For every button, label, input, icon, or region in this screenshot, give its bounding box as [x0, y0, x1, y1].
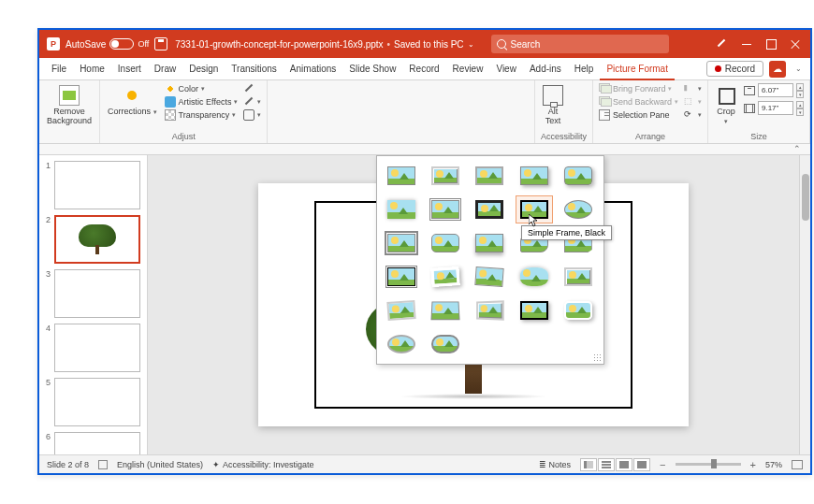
chevron-down-icon[interactable]: ⌄ — [468, 40, 474, 49]
tab-help[interactable]: Help — [568, 58, 601, 79]
selection-pane-button[interactable]: Selection Pane — [599, 109, 678, 121]
style-reflected-rounded[interactable] — [560, 162, 597, 190]
vertical-scrollbar[interactable] — [799, 155, 810, 454]
style-metal-oval[interactable] — [383, 330, 420, 358]
width-spinner[interactable]: ▴▾ — [796, 101, 804, 115]
tab-design[interactable]: Design — [182, 58, 225, 79]
style-beveled-matte[interactable] — [427, 162, 464, 190]
style-metal-frame[interactable] — [471, 162, 508, 190]
slide-canvas[interactable]: Simple Frame, Black — [148, 155, 799, 454]
send-backward-button[interactable]: Send Backward▾ — [599, 96, 678, 108]
tab-animations[interactable]: Animations — [283, 58, 342, 79]
color-button[interactable]: Color▾ — [165, 83, 239, 94]
tab-view[interactable]: View — [489, 58, 523, 79]
zoom-out-button[interactable]: − — [660, 459, 665, 470]
gallery-resize-grip[interactable] — [593, 353, 603, 363]
height-spinner[interactable]: ▴▾ — [796, 83, 804, 97]
save-icon[interactable] — [154, 37, 167, 50]
transparency-button[interactable]: Transparency▾ — [165, 109, 239, 121]
slide-thumbnail-5[interactable] — [54, 378, 140, 426]
reset-picture-button[interactable]: ▾ — [243, 109, 261, 121]
group-button[interactable]: ⬚▾ — [684, 96, 702, 108]
style-metal-rounded[interactable] — [427, 330, 464, 358]
reading-view-button[interactable] — [616, 458, 632, 471]
slide-thumbnail-6[interactable] — [54, 432, 140, 454]
zoom-in-button[interactable]: + — [750, 459, 756, 470]
align-button[interactable]: ⦀▾ — [684, 83, 702, 94]
slide-counter[interactable]: Slide 2 of 8 — [47, 460, 89, 469]
style-center-shadow[interactable] — [471, 229, 508, 257]
style-compound-frame[interactable] — [383, 229, 420, 257]
send-backward-icon — [599, 96, 610, 108]
style-bevel-perspective[interactable] — [382, 295, 421, 326]
style-soft-edge[interactable] — [383, 195, 420, 223]
spellcheck-button[interactable] — [98, 460, 108, 469]
style-reflected-perspective[interactable] — [427, 296, 464, 324]
alt-text-button[interactable]: Alt Text — [541, 83, 565, 128]
bring-forward-button[interactable]: Bring Forward▾ — [599, 83, 678, 94]
compress-pictures-button[interactable] — [243, 83, 261, 94]
drawing-mode-icon[interactable] — [715, 37, 728, 50]
style-double-frame[interactable] — [427, 195, 464, 223]
style-moderate-frame[interactable] — [427, 229, 464, 257]
autosave-toggle[interactable]: AutoSave Off — [65, 38, 149, 50]
picture-styles-gallery[interactable]: Simple Frame, Black — [376, 155, 604, 365]
style-beveled-oval[interactable] — [560, 195, 597, 223]
style-soft-edge-oval[interactable] — [516, 263, 553, 291]
slide-thumbnail-2[interactable] — [54, 215, 140, 264]
style-moderate-frame-black[interactable] — [383, 263, 420, 291]
tab-picture-format[interactable]: Picture Format — [600, 59, 675, 80]
rotate-button[interactable]: ⟳▾ — [684, 109, 702, 121]
slide-thumbnail-4[interactable] — [54, 324, 140, 372]
language-button[interactable]: English (United States) — [117, 460, 203, 469]
normal-view-button[interactable] — [580, 458, 597, 471]
zoom-level[interactable]: 57% — [765, 460, 782, 469]
tab-slide-show[interactable]: Slide Show — [342, 58, 402, 79]
tab-draw[interactable]: Draw — [148, 58, 182, 79]
zoom-slider[interactable] — [676, 463, 741, 466]
tab-record[interactable]: Record — [402, 58, 445, 79]
window-close-button[interactable] — [790, 38, 801, 50]
tab-review[interactable]: Review — [446, 58, 490, 79]
arrange-group-label: Arrange — [599, 131, 702, 141]
tab-home[interactable]: Home — [73, 58, 111, 79]
style-thick-matte[interactable] — [471, 195, 508, 223]
scrollbar-thumb[interactable] — [802, 174, 809, 221]
slide-thumbnail-panel[interactable]: 1 2 3 4 5 6 — [39, 155, 148, 454]
width-input[interactable]: 9.17" — [758, 101, 793, 115]
slideshow-view-button[interactable] — [633, 458, 650, 471]
record-button[interactable]: Record — [706, 61, 763, 77]
share-button[interactable]: ☁ — [769, 61, 786, 78]
style-reflected-bevel-black[interactable] — [516, 296, 553, 324]
style-rotated-white[interactable] — [426, 262, 465, 293]
style-bevel-rectangle[interactable] — [560, 263, 597, 291]
height-input[interactable]: 6.07" — [758, 83, 793, 97]
slide-thumbnail-3[interactable] — [54, 269, 140, 318]
tab-add-ins[interactable]: Add-ins — [523, 58, 568, 79]
change-picture-button[interactable]: ▾ — [243, 96, 261, 108]
crop-button[interactable]: Crop▾ — [714, 83, 738, 128]
style-relaxed-perspective[interactable] — [470, 262, 509, 293]
ribbon-options-icon[interactable]: ⌄ — [792, 63, 805, 76]
style-drop-shadow[interactable] — [516, 162, 553, 190]
tab-transitions[interactable]: Transitions — [225, 58, 283, 79]
save-state[interactable]: Saved to this PC — [394, 39, 463, 50]
size-group-label: Size — [714, 131, 804, 141]
style-reflected-bevel-white[interactable] — [560, 296, 597, 324]
slide-thumbnail-1[interactable] — [54, 161, 140, 209]
style-simple-frame-white[interactable] — [383, 162, 420, 190]
artistic-effects-button[interactable]: Artistic Effects▾ — [165, 96, 239, 108]
window-maximize-button[interactable] — [765, 38, 777, 50]
accessibility-status[interactable]: ✦ Accessibility: Investigate — [212, 460, 314, 469]
tab-insert[interactable]: Insert — [111, 58, 148, 79]
tab-file[interactable]: File — [45, 58, 73, 79]
collapse-ribbon-icon[interactable]: ⌃ — [793, 144, 801, 154]
style-bevel-perspective-left[interactable] — [471, 296, 508, 324]
search-input[interactable]: Search — [491, 35, 669, 53]
remove-background-button[interactable]: Remove Background — [45, 83, 94, 128]
notes-button[interactable]: ≣ Notes — [539, 460, 572, 469]
fit-to-window-button[interactable] — [792, 460, 803, 469]
window-minimize-button[interactable] — [741, 38, 752, 50]
sorter-view-button[interactable] — [598, 458, 615, 471]
corrections-button[interactable]: Corrections ▾ — [106, 83, 159, 119]
